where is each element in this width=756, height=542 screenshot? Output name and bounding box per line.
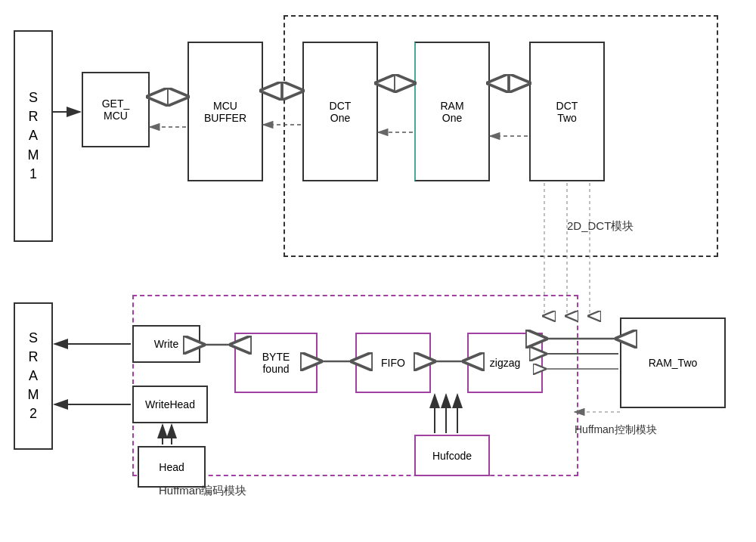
ram-one-box: RAM One: [414, 42, 490, 181]
writehead-box: WriteHead: [132, 386, 208, 423]
get-mcu-box: GET_ MCU: [82, 72, 150, 147]
write-box: Write: [132, 325, 200, 363]
ram-two-box: RAM_Two: [620, 317, 726, 408]
huffman-enc-label: Huffman编码模块: [159, 484, 246, 498]
fifo-box: FIFO: [355, 333, 431, 393]
hufcode-box: Hufcode: [414, 435, 490, 476]
hufcode-label: Hufcode: [432, 450, 472, 462]
mcu-buffer-box: MCU BUFFER: [187, 42, 263, 181]
mcu-buffer-label: MCU BUFFER: [204, 100, 246, 124]
dct-two-label: DCT Two: [556, 100, 578, 124]
dct-module-label: 2D_DCT模块: [567, 219, 634, 234]
huffman-ctrl-label: Huffman控制模块: [575, 423, 657, 437]
sram1-label: S R A M 1: [28, 88, 39, 184]
write-label: Write: [154, 338, 178, 350]
dct-two-box: DCT Two: [529, 42, 605, 181]
fifo-label: FIFO: [381, 357, 405, 369]
zigzag-box: zigzag: [467, 333, 543, 393]
get-mcu-label: GET_ MCU: [102, 98, 130, 122]
byte-found-box: BYTE found: [234, 333, 318, 393]
sram2-box: S R A M 2: [14, 302, 53, 450]
sram2-label: S R A M 2: [28, 329, 39, 424]
writehead-label: WriteHead: [145, 398, 195, 410]
head-box: Head: [138, 446, 206, 488]
ram-one-label: RAM One: [440, 100, 463, 124]
head-label: Head: [159, 461, 184, 473]
byte-found-label: BYTE found: [262, 351, 290, 375]
sram1-box: S R A M 1: [14, 30, 53, 242]
diagram: S R A M 1 GET_ MCU MCU BUFFER DCT One RA…: [0, 0, 756, 542]
dct-one-label: DCT One: [330, 100, 352, 124]
dct-one-box: DCT One: [302, 42, 378, 181]
ram-two-label: RAM_Two: [649, 357, 698, 369]
zigzag-label: zigzag: [490, 357, 520, 369]
